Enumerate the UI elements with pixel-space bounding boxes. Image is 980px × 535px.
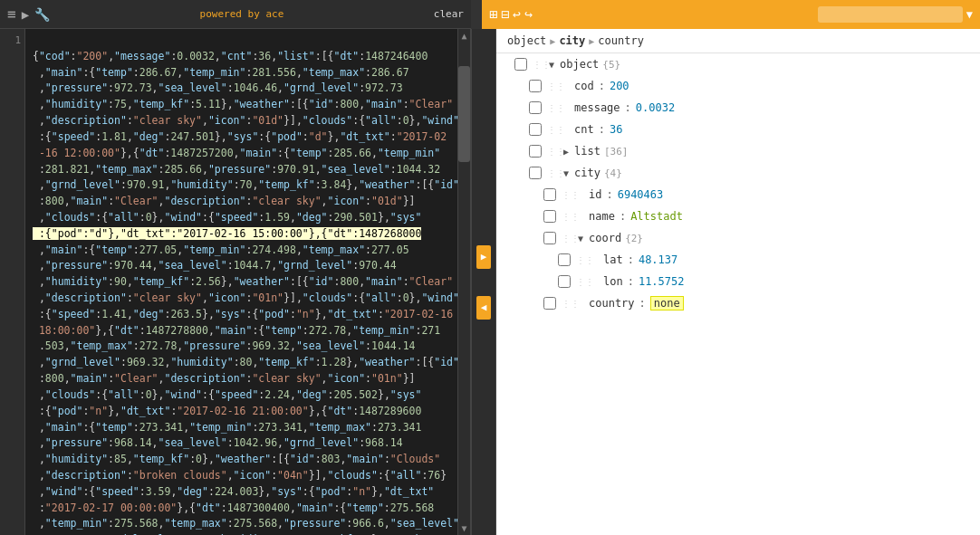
tree-key-object: object xyxy=(560,58,599,71)
tree-checkbox-city[interactable] xyxy=(529,167,542,179)
tree-key-name: name xyxy=(589,210,615,223)
tree-checkbox-message[interactable] xyxy=(529,101,542,114)
tree-badge-city: {4} xyxy=(604,167,622,179)
tree-checkbox-country[interactable] xyxy=(543,297,556,310)
tree-key-lat: lat xyxy=(603,253,623,266)
tree-checkbox-object[interactable] xyxy=(514,58,527,71)
add-icon[interactable]: ⊞ xyxy=(489,6,497,23)
tree-checkbox-id[interactable] xyxy=(543,188,556,201)
breadcrumb-city[interactable]: city xyxy=(559,34,585,47)
drag-handle-lon: ⋮⋮ xyxy=(576,277,585,287)
breadcrumb-sep-2: ▶ xyxy=(589,36,594,46)
tree-row-list[interactable]: ⋮⋮ ▶ list [36] xyxy=(496,140,980,162)
drag-handle-message: ⋮⋮ xyxy=(547,103,556,113)
expand-left-button[interactable]: ◀ xyxy=(476,296,491,320)
redo-icon[interactable]: ↪ xyxy=(524,6,533,23)
drag-handle-country: ⋮⋮ xyxy=(562,299,571,309)
tree-key-message: message xyxy=(574,101,620,114)
tree-row-cnt[interactable]: ⋮⋮ cnt : 36 xyxy=(496,119,980,140)
scroll-up[interactable]: ▲ xyxy=(458,29,470,43)
drag-handle-object: ⋮⋮ xyxy=(533,60,542,70)
tree-key-list: list xyxy=(574,145,600,158)
tree-view: ⋮⋮ ▼ object {5} ⋮⋮ cod : 200 ⋮⋮ message xyxy=(496,53,980,535)
drag-handle-city: ⋮⋮ xyxy=(547,168,556,178)
breadcrumb-object[interactable]: object xyxy=(507,34,546,47)
breadcrumb: object ▶ city ▶ country xyxy=(496,29,980,53)
tree-badge-object: {5} xyxy=(602,59,620,71)
drag-handle-cod: ⋮⋮ xyxy=(547,81,556,91)
tree-key-coord: coord xyxy=(589,232,621,244)
vertical-scrollbar[interactable]: ▲ ▼ xyxy=(457,29,470,535)
tree-value-name: Altstadt xyxy=(630,210,683,223)
tree-value-message: 0.0032 xyxy=(636,101,675,114)
panel-splitter: ▶ ◀ xyxy=(471,29,496,535)
tree-toggle-city[interactable]: ▼ xyxy=(560,167,572,179)
tree-row-name[interactable]: ⋮⋮ name : Altstadt xyxy=(496,205,980,227)
scroll-down[interactable]: ▼ xyxy=(458,521,470,535)
undo-icon[interactable]: ↩ xyxy=(513,6,521,23)
tree-key-city: city xyxy=(574,167,600,179)
tree-value-country: none xyxy=(650,296,684,310)
tree-checkbox-coord[interactable] xyxy=(543,232,556,244)
tree-value-cnt: 36 xyxy=(610,123,622,136)
tree-value-lat: 48.137 xyxy=(639,253,677,266)
tree-key-country: country xyxy=(589,297,635,310)
tree-row-coord[interactable]: ⋮⋮ ▼ coord {2} xyxy=(496,227,980,249)
settings-icon[interactable]: 🔧 xyxy=(34,7,50,22)
drag-handle-list: ⋮⋮ xyxy=(547,147,556,157)
tree-toggle-list[interactable]: ▶ xyxy=(560,145,572,158)
tree-row-lon[interactable]: ⋮⋮ lon : 11.5752 xyxy=(496,271,980,292)
drag-handle-id: ⋮⋮ xyxy=(562,190,571,200)
drag-handle-coord: ⋮⋮ xyxy=(562,234,571,244)
tree-checkbox-cnt[interactable] xyxy=(529,123,542,136)
left-toolbar: ≡ ▶ 🔧 powered by ace clear xyxy=(0,0,471,29)
clear-button[interactable]: clear xyxy=(434,8,464,20)
tree-row-lat[interactable]: ⋮⋮ lat : 48.137 xyxy=(496,249,980,271)
tree-row-id[interactable]: ⋮⋮ id : 6940463 xyxy=(496,184,980,205)
tree-checkbox-list[interactable] xyxy=(529,145,542,158)
tree-value-id: 6940463 xyxy=(618,188,664,201)
tree-key-lon: lon xyxy=(603,275,623,288)
drag-handle-name: ⋮⋮ xyxy=(562,212,571,222)
tree-value-lon: 11.5752 xyxy=(639,275,685,288)
drag-handle-lat: ⋮⋮ xyxy=(576,255,585,265)
tree-checkbox-cod[interactable] xyxy=(529,80,542,92)
powered-label: powered by ace xyxy=(200,8,284,20)
tree-checkbox-lat[interactable] xyxy=(558,253,571,266)
remove-icon[interactable]: ⊟ xyxy=(501,6,509,23)
drag-handle-cnt: ⋮⋮ xyxy=(547,125,556,135)
breadcrumb-country[interactable]: country xyxy=(598,34,644,47)
search-input[interactable] xyxy=(818,6,963,23)
tree-badge-coord: {2} xyxy=(625,233,643,244)
tree-row-message[interactable]: ⋮⋮ message : 0.0032 xyxy=(496,97,980,119)
tree-row-object[interactable]: ⋮⋮ ▼ object {5} xyxy=(496,53,980,75)
right-panel: object ▶ city ▶ country ⋮⋮ ▼ object {5} … xyxy=(496,29,980,535)
left-panel: 1 {"cod":"200","message":0.0032,"cnt":36… xyxy=(0,29,471,535)
tree-row-city[interactable]: ⋮⋮ ▼ city {4} xyxy=(496,162,980,184)
tree-key-id: id xyxy=(589,188,601,201)
tree-checkbox-lon[interactable] xyxy=(558,275,571,288)
tree-value-cod: 200 xyxy=(610,80,629,92)
tree-row-cod[interactable]: ⋮⋮ cod : 200 xyxy=(496,75,980,97)
tree-badge-list: [36] xyxy=(604,146,629,158)
code-editor[interactable]: {"cod":"200","message":0.0032,"cnt":36,"… xyxy=(25,29,457,535)
tree-checkbox-name[interactable] xyxy=(543,210,556,223)
tree-key-cod: cod xyxy=(574,80,594,92)
tree-toggle-object[interactable]: ▼ xyxy=(545,58,558,71)
breadcrumb-sep-1: ▶ xyxy=(550,36,555,46)
play-icon[interactable]: ▶ xyxy=(22,7,29,22)
tree-toggle-coord[interactable]: ▼ xyxy=(574,232,587,244)
expand-right-button[interactable]: ▶ xyxy=(476,245,491,269)
menu-icon[interactable]: ≡ xyxy=(7,5,16,23)
tree-key-cnt: cnt xyxy=(574,123,594,136)
filter-icon[interactable]: ▼ xyxy=(966,8,973,21)
line-numbers: 1 xyxy=(0,29,25,535)
tree-row-country[interactable]: ⋮⋮ country : none xyxy=(496,292,980,314)
right-toolbar: ⊞ ⊟ ↩ ↪ ▼ xyxy=(482,0,980,29)
